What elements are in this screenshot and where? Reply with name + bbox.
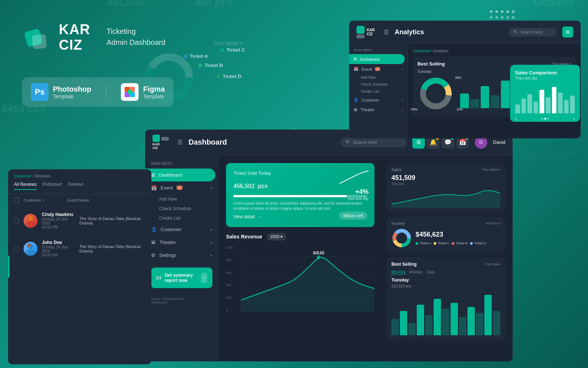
svg-point-9 [127, 89, 132, 95]
dashboard-search[interactable]: 🔍 Search here [340, 138, 406, 147]
reviews-tabs: All Reviews Published Deleted [8, 178, 151, 194]
svg-point-31 [25, 249, 36, 256]
dash-nav-settings[interactable]: ⚙ Settings ▸ [145, 249, 218, 262]
dash-settings-arrow: ▸ [211, 253, 212, 257]
logo-area: KAR CIZ [22, 22, 90, 53]
event-badge: 2 [375, 67, 380, 71]
analytics-nav-event[interactable]: 📅 Event 2 ▸ [349, 64, 408, 74]
theater-arrow: ▸ [402, 108, 403, 112]
ticket-label-b: Ticket B [198, 63, 223, 68]
analytics-search[interactable]: 🔍 Search here [509, 28, 556, 36]
sales-revenue-title: Sales Revenue [226, 234, 262, 240]
dash-nav-schedule[interactable]: Check Schedule [145, 204, 218, 213]
sc-next[interactable]: › [573, 116, 575, 121]
dash-nav-event[interactable]: 📅 Event 2 ▾ [145, 181, 218, 194]
row-checkbox-1[interactable] [14, 218, 19, 223]
dash-main-row: Ticket Sold Today 456,502 pcs Lorem ipsu… [226, 163, 505, 340]
avatar-cindy [24, 214, 37, 228]
customer-icon: 👤 [354, 98, 359, 102]
analytics-nav-theater[interactable]: 🏛 Theater ▸ [349, 105, 408, 114]
income-stat-period[interactable]: Monthly ▾ [486, 222, 500, 225]
dash-event-icon: 📅 [151, 185, 157, 191]
reviews-tab-all[interactable]: All Reviews [14, 182, 37, 190]
th-checkbox[interactable] [14, 198, 19, 203]
svg-point-29 [28, 216, 33, 221]
analytics-donut: 35% 10% 55% [417, 75, 454, 112]
tickets-left-badge: 985pcs left [339, 212, 367, 220]
dashboard-logo: KARCIZ [153, 135, 169, 150]
analytics-nav-orderlist[interactable]: Oreder List [349, 88, 408, 95]
sales-stat-label: Sales [391, 167, 402, 172]
sc-bars [515, 84, 575, 113]
customer-arrow: ▸ [402, 98, 403, 102]
income-stat-label: Income [391, 221, 405, 226]
dash-nav-addnew[interactable]: Add New [145, 194, 218, 204]
ticket-sold-card: Ticket Sold Today 456,502 pcs Lorem ipsu… [226, 163, 374, 227]
bs-right-count: 215,523 pcs [391, 284, 500, 288]
dash-nav-customer[interactable]: 👤 Customer ▸ [145, 223, 218, 236]
detail-arrow: → [257, 214, 261, 219]
donut-pct-35: 35% [455, 76, 462, 79]
reviews-panel: Customer / Reviews All Reviews Published… [8, 169, 151, 364]
year-select[interactable]: 2020 ▾ [267, 233, 287, 241]
search-icon: 🔍 [513, 30, 518, 35]
bs-tab-monthly[interactable]: Monthly [391, 270, 406, 275]
th-customer: Customer ⇅ [24, 198, 63, 202]
dashboard-sidebar: Main Menu ⊞ Dashboard 📅 Event 2 ▾ Add Ne… [145, 156, 219, 361]
trend-compare: than last day [348, 197, 369, 201]
analytics-logo: KARCIZ [356, 26, 375, 38]
badge-divider [106, 83, 106, 101]
dash-theater-arrow: ▸ [211, 240, 212, 244]
analytics-nav-dashboard[interactable]: ⊞ Dashboard [349, 54, 405, 64]
sc-dot-3 [547, 118, 549, 120]
sc-prev[interactable]: ‹ [515, 116, 517, 121]
bs-header: Best Selling This Week [391, 262, 500, 267]
reviews-tab-published[interactable]: Published [43, 182, 62, 190]
sales-comparison-card: Sales Comparison Than last day ‹ › [510, 65, 580, 122]
dash-event-badge: 2 [176, 185, 183, 190]
analytics-nav-addnew[interactable]: Add New [349, 74, 408, 81]
review-row-2: John Doe Sunday, 24 July 2020 04:55 PM T… [8, 235, 151, 263]
logo-text-kar: KARCIZ [367, 28, 375, 36]
dash-nav-crederlist[interactable]: Creder List [145, 213, 218, 223]
bs-tab-daily[interactable]: Daily [426, 270, 435, 274]
bg-text-pcs: 45k pcs [195, 0, 233, 8]
avatar-john [24, 242, 37, 256]
dash-nav-theater[interactable]: 🏛 Theater ▸ [145, 236, 218, 249]
dash-nav-dashboard[interactable]: ⊞ Dashboard [145, 169, 215, 181]
analytics-nav-schedule[interactable]: Check Schedule [349, 81, 408, 88]
analytics-header: KARCIZ ☰ Analytics 🔍 Search here ⚙ [349, 21, 581, 44]
trend-pct: +4% [355, 188, 369, 196]
dash-dashboard-icon: ⊞ [151, 172, 155, 178]
dash-settings-icon: ⚙ [151, 252, 155, 258]
dots-top-right-2 [490, 16, 514, 19]
svg-point-32 [27, 244, 31, 247]
bg-this-week: This Week ▾ [213, 40, 243, 46]
row-checkbox-2[interactable] [14, 246, 19, 251]
view-detail-btn[interactable]: View detail → [233, 214, 261, 219]
dash-menu-label: Main Menu [145, 162, 218, 169]
theater-icon: 🏛 [354, 107, 358, 112]
reviews-tab-deleted[interactable]: Deleted [68, 182, 83, 190]
analytics-settings-btn[interactable]: ⚙ [562, 26, 573, 38]
get-report-btn[interactable]: Get summary report now → [151, 268, 212, 288]
analytics-nav-customer[interactable]: 👤 Customer ▸ [349, 95, 408, 105]
ticket-unit: pcs [258, 183, 268, 189]
event-icon: 📅 [354, 67, 359, 71]
sales-stat-period[interactable]: This Week ▾ [482, 168, 500, 171]
reviews-table-header: Customer ⇅ Event Name [8, 194, 151, 207]
bs-right-day: Tuesday [391, 277, 500, 283]
hamburger-icon[interactable]: ☰ [384, 29, 389, 36]
event-name-2: The Story of Danau Toba (Musical Drama) [79, 244, 146, 253]
dashboard-panel: KARCIZ ☰ Dashboard 🔍 Search here ⚙ 🔔 💬 📅… [145, 130, 513, 361]
dashboard-hamburger[interactable]: ☰ [178, 139, 183, 146]
figma-icon [121, 83, 139, 101]
app-subtitle: Ticketing Admin Dashboard [107, 26, 165, 48]
customer-name-1: Cindy Hawkins [42, 212, 75, 217]
best-selling-title: Best Selling [417, 61, 445, 67]
income-stat-card: Income Monthly ▾ [386, 217, 505, 253]
event-name-1: The Story of Danau Toba (Musical Drama) [79, 216, 146, 225]
customer-info-2: John Doe Sunday, 24 July 2020 04:55 PM [42, 240, 75, 257]
bs-tab-weekly[interactable]: Weekly [409, 270, 423, 274]
analytics-title: Analytics [395, 28, 503, 36]
